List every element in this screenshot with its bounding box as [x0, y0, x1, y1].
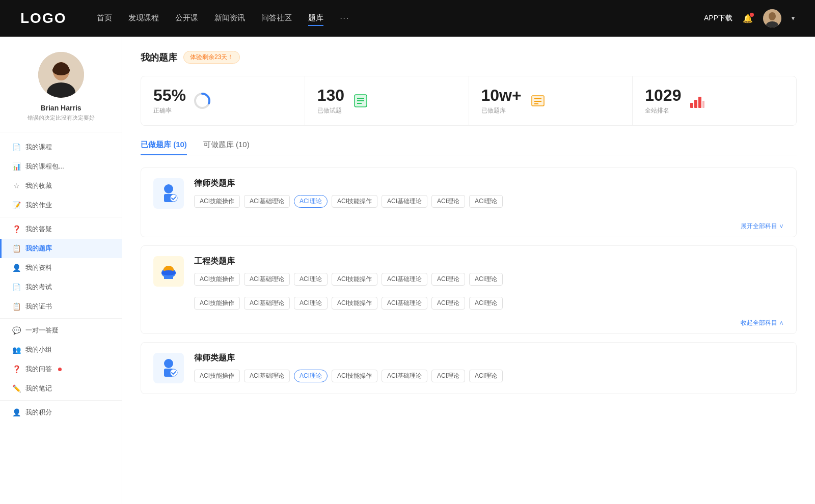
nav-more[interactable]: ··· — [340, 11, 349, 26]
sidebar-item-my-qa[interactable]: ❓ 我的答疑 — [0, 219, 122, 239]
user-name: Brian Harris — [10, 104, 112, 112]
logo: LOGO — [20, 10, 66, 26]
done-banks-value: 10w+ — [481, 87, 522, 104]
tag-2-active[interactable]: ACI理论 — [294, 195, 328, 208]
sidebar-item-course-packages[interactable]: 📊 我的课程包... — [0, 157, 122, 176]
bank-card-engineer-footer: 收起全部科目 ∧ — [141, 316, 796, 333]
favorites-icon: ☆ — [12, 182, 20, 190]
stat-correct-rate: 55% 正确率 — [141, 76, 305, 125]
lawyer-bank-1-tags: ACI技能操作 ACI基础理论 ACI理论 ACI技能操作 ACI基础理论 AC… — [194, 195, 784, 208]
nav-right: APP下载 🔔 ▾ — [704, 9, 795, 27]
tag-3[interactable]: ACI技能操作 — [332, 195, 377, 208]
sidebar-item-my-data[interactable]: 👤 我的资料 — [0, 258, 122, 277]
sidebar-item-my-notes[interactable]: ✏️ 我的笔记 — [0, 379, 122, 398]
tab-available-banks[interactable]: 可做题库 (10) — [203, 140, 250, 155]
eng-tag-3[interactable]: ACI技能操作 — [332, 273, 377, 286]
tag-0[interactable]: ACI技能操作 — [194, 195, 240, 208]
correct-rate-value: 55% — [153, 87, 186, 104]
my-courses-icon: 📄 — [12, 143, 20, 151]
svg-point-23 — [164, 184, 173, 193]
tab-done-banks[interactable]: 已做题库 (10) — [141, 140, 187, 155]
nav-discover[interactable]: 发现课程 — [128, 11, 159, 26]
app-download-button[interactable]: APP下载 — [704, 14, 732, 23]
engineer-extra-tags: ACI技能操作 ACI基础理论 ACI理论 ACI技能操作 ACI基础理论 AC… — [141, 297, 796, 316]
law2-tag-5[interactable]: ACI理论 — [431, 370, 465, 382]
eng-extra-tag-2[interactable]: ACI理论 — [294, 297, 328, 310]
eng-extra-tag-1[interactable]: ACI基础理论 — [244, 297, 290, 310]
sidebar-item-homework[interactable]: 📝 我的作业 — [0, 195, 122, 215]
eng-tag-2[interactable]: ACI理论 — [294, 273, 328, 286]
done-banks-icon — [529, 92, 547, 110]
expand-lawyer-1[interactable]: 展开全部科目 ∨ — [741, 222, 784, 231]
tag-5[interactable]: ACI理论 — [431, 195, 465, 208]
law2-tag-0[interactable]: ACI技能操作 — [194, 370, 240, 382]
nav-home[interactable]: 首页 — [97, 11, 112, 26]
svg-point-31 — [161, 270, 176, 275]
svg-rect-30 — [167, 266, 171, 268]
nav-news[interactable]: 新闻资讯 — [214, 11, 245, 26]
eng-tag-0[interactable]: ACI技能操作 — [194, 273, 240, 286]
sidebar-item-my-points[interactable]: 👤 我的积分 — [0, 403, 122, 422]
sidebar-item-favorites[interactable]: ☆ 我的收藏 — [0, 176, 122, 195]
stat-done-banks: 10w+ 已做题库 — [469, 76, 633, 125]
law2-tag-4[interactable]: ACI基础理论 — [382, 370, 427, 382]
main-layout: Brian Harris 错误的决定比没有决定要好 📄 我的课程 📊 我的课程包… — [0, 37, 815, 504]
sidebar-menu: 📄 我的课程 📊 我的课程包... ☆ 我的收藏 📝 我的作业 ❓ 我的答疑 � — [0, 132, 122, 427]
user-avatar[interactable] — [763, 9, 781, 27]
homework-icon: 📝 — [12, 201, 20, 209]
collapse-engineer[interactable]: 收起全部科目 ∧ — [741, 319, 784, 327]
law2-tag-3[interactable]: ACI技能操作 — [332, 370, 377, 382]
done-questions-icon — [351, 92, 370, 110]
trial-badge: 体验剩余23天！ — [183, 51, 240, 64]
sidebar-item-my-exam[interactable]: 📄 我的考试 — [0, 277, 122, 297]
my-exam-icon: 📄 — [12, 283, 20, 291]
eng-tag-4[interactable]: ACI基础理论 — [382, 273, 427, 286]
nav-items: 首页 发现课程 公开课 新闻资讯 问答社区 题库 ··· — [97, 11, 684, 26]
sidebar-item-one-on-one[interactable]: 💬 一对一答疑 — [0, 321, 122, 340]
bank-card-engineer-header: 工程类题库 ACI技能操作 ACI基础理论 ACI理论 ACI技能操作 ACI基… — [141, 246, 796, 297]
bank-card-lawyer-2: 律师类题库 ACI技能操作 ACI基础理论 ACI理论 ACI技能操作 ACI基… — [141, 342, 797, 394]
bank-card-lawyer-1-footer: 展开全部科目 ∨ — [141, 219, 796, 237]
user-motto: 错误的决定比没有决定要好 — [10, 114, 112, 122]
page-title: 我的题库 — [141, 51, 177, 64]
svg-rect-22 — [702, 101, 704, 108]
sidebar-item-my-group[interactable]: 👥 我的小组 — [0, 340, 122, 359]
my-questionbank-icon: 📋 — [12, 244, 20, 253]
sidebar-item-my-questionbank[interactable]: 📋 我的题库 — [0, 239, 122, 258]
eng-extra-tag-4[interactable]: ACI基础理论 — [382, 297, 427, 310]
notification-bell[interactable]: 🔔 — [743, 14, 753, 23]
engineer-bank-tags: ACI技能操作 ACI基础理论 ACI理论 ACI技能操作 ACI基础理论 AC… — [194, 273, 784, 286]
nav-qa[interactable]: 问答社区 — [261, 11, 292, 26]
tag-6[interactable]: ACI理论 — [469, 195, 503, 208]
law2-tag-2-active[interactable]: ACI理论 — [294, 370, 328, 382]
tag-1[interactable]: ACI基础理论 — [244, 195, 290, 208]
sidebar-item-my-questions[interactable]: ❓ 我的问答 — [0, 359, 122, 379]
correct-rate-icon — [193, 92, 211, 110]
my-group-icon: 👥 — [12, 346, 20, 354]
law2-tag-6[interactable]: ACI理论 — [469, 370, 503, 382]
sidebar-item-my-cert[interactable]: 📋 我的证书 — [0, 297, 122, 316]
eng-extra-tag-3[interactable]: ACI技能操作 — [332, 297, 377, 310]
eng-tag-1[interactable]: ACI基础理论 — [244, 273, 290, 286]
stat-done-questions: 130 已做试题 — [305, 76, 469, 125]
eng-tag-6[interactable]: ACI理论 — [469, 273, 503, 286]
stats-row: 55% 正确率 130 已做试题 — [141, 76, 797, 126]
rank-value: 1029 — [645, 87, 681, 104]
my-data-icon: 👤 — [12, 264, 20, 272]
eng-tag-5[interactable]: ACI理论 — [431, 273, 465, 286]
user-menu-chevron[interactable]: ▾ — [792, 15, 795, 22]
svg-point-32 — [164, 359, 173, 368]
sidebar-profile: Brian Harris 错误的决定比没有决定要好 — [0, 52, 122, 132]
law2-tag-1[interactable]: ACI基础理论 — [244, 370, 290, 382]
one-on-one-icon: 💬 — [12, 326, 20, 334]
nav-open-course[interactable]: 公开课 — [175, 11, 198, 26]
tag-4[interactable]: ACI基础理论 — [382, 195, 427, 208]
sidebar-item-my-courses[interactable]: 📄 我的课程 — [0, 137, 122, 157]
eng-extra-tag-5[interactable]: ACI理论 — [431, 297, 465, 310]
eng-extra-tag-6[interactable]: ACI理论 — [469, 297, 503, 310]
eng-extra-tag-0[interactable]: ACI技能操作 — [194, 297, 240, 310]
sidebar-divider-1 — [0, 217, 122, 217]
done-questions-label: 已做试题 — [317, 106, 344, 115]
nav-questionbank[interactable]: 题库 — [308, 11, 323, 26]
bank-card-lawyer-1-header: 律师类题库 ACI技能操作 ACI基础理论 ACI理论 ACI技能操作 ACI基… — [141, 168, 796, 219]
